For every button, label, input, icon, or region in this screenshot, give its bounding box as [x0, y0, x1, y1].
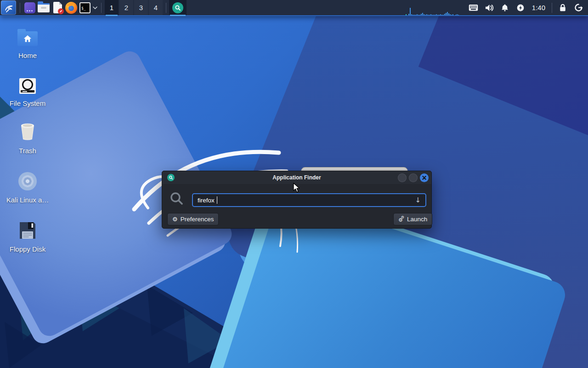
logout-icon [574, 3, 583, 12]
run-gears-icon: ⚙ ⚙ [398, 216, 404, 223]
window-manager-icon [24, 2, 35, 13]
lock-icon [559, 3, 567, 12]
preferences-button-label: Preferences [181, 216, 214, 223]
workspace-label: 3 [139, 4, 143, 12]
desktop-icon-kali-cd[interactable]: Kali Linux a… [6, 170, 50, 204]
kali-dragon-icon [3, 2, 14, 13]
volume-icon [485, 4, 494, 12]
workspace-label: 4 [154, 4, 158, 12]
panel-separator [20, 3, 20, 13]
desktop-icon-trash[interactable]: Trash [6, 121, 50, 155]
launch-button[interactable]: ⚙ ⚙ Launch [393, 213, 432, 225]
maximize-button[interactable] [409, 173, 418, 182]
keyboard-icon [469, 4, 478, 12]
trash-icon [18, 122, 37, 141]
preferences-button[interactable]: ⚙ Preferences [167, 213, 219, 225]
firefox-icon [65, 2, 77, 14]
active-workspace-indicator [106, 15, 118, 16]
panel-separator [101, 3, 102, 13]
cd-disc-icon [18, 172, 37, 190]
chevron-down-icon [93, 6, 97, 9]
launcher-firefox[interactable] [64, 0, 78, 15]
workspace-label: 2 [124, 4, 128, 12]
launcher-window-manager[interactable] [23, 0, 37, 15]
active-window-indicator [170, 15, 186, 16]
desktop-icon-home[interactable]: Home [6, 26, 50, 59]
search-input[interactable]: firefox ↓ [192, 193, 426, 207]
desktop-icon-label: Trash [6, 147, 50, 155]
launcher-text-editor[interactable] [51, 0, 64, 15]
close-button[interactable] [420, 173, 429, 182]
minimize-button[interactable] [398, 173, 407, 182]
home-folder-icon [17, 31, 38, 46]
panel-separator [552, 3, 552, 13]
window-title: Application Finder [162, 174, 431, 181]
power-manager-tray[interactable] [513, 0, 528, 15]
launcher-terminal[interactable]: $_ [78, 0, 92, 15]
notifications-tray[interactable] [497, 0, 513, 15]
desktop-icon-label: Kali Linux a… [6, 196, 50, 204]
applications-menu-button[interactable] [1, 0, 16, 15]
mouse-cursor [293, 183, 302, 194]
dropdown-arrow-icon[interactable]: ↓ [415, 196, 421, 204]
file-system-drive-icon [19, 78, 36, 94]
clock[interactable]: 1:40 [528, 4, 549, 12]
desktop-icon-label: File System [6, 99, 50, 107]
bell-icon [501, 4, 509, 12]
top-panel: $_ 1 2 3 4 [0, 0, 588, 16]
desktop-icon-floppy-disk[interactable]: Floppy Disk [6, 219, 50, 253]
desktop-icon-file-system[interactable]: File System [6, 74, 50, 107]
application-finder-icon [172, 2, 183, 13]
workspace-button-3[interactable]: 3 [134, 0, 148, 15]
launcher-file-manager[interactable] [37, 0, 51, 15]
terminal-icon: $_ [79, 2, 90, 13]
keyboard-layout-tray[interactable] [466, 0, 481, 15]
workspace-button-1[interactable]: 1 [105, 0, 119, 15]
terminal-prompt-glyph: $_ [81, 6, 86, 11]
volume-tray[interactable] [481, 0, 497, 15]
gear-icon: ⚙ [172, 216, 178, 223]
search-input-value: firefox [198, 197, 215, 204]
panel-separator [166, 3, 166, 13]
close-icon [422, 176, 426, 180]
floppy-disk-icon [19, 221, 36, 240]
power-manager-icon [516, 4, 525, 12]
terminal-dropdown-chevron[interactable] [92, 0, 98, 15]
search-icon [170, 191, 184, 206]
text-caret [217, 196, 218, 204]
taskbar-application-finder[interactable] [169, 0, 187, 15]
application-finder-window: Application Finder firefox ↓ ⚙ Preferenc… [162, 171, 432, 229]
lock-screen-button[interactable] [555, 0, 571, 15]
desktop-icon-label: Floppy Disk [6, 245, 50, 253]
workspace-button-4[interactable]: 4 [149, 0, 163, 15]
desktop-icon-label: Home [6, 52, 50, 59]
launch-button-label: Launch [407, 216, 427, 223]
file-manager-icon [38, 3, 50, 12]
network-monitor[interactable] [403, 0, 466, 15]
logout-button[interactable] [571, 0, 586, 15]
text-editor-icon [53, 2, 62, 13]
workspace-label: 1 [110, 4, 113, 12]
titlebar[interactable]: Application Finder [162, 171, 431, 184]
workspace-button-2[interactable]: 2 [119, 0, 133, 15]
